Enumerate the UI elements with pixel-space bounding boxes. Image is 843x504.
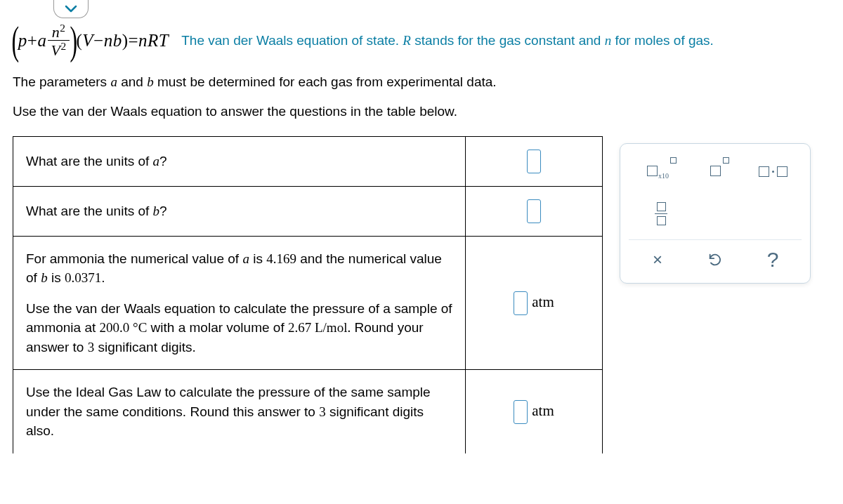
unit-label: atm <box>532 402 554 419</box>
answer-input-ideal-pressure[interactable] <box>514 400 528 424</box>
table-row: What are the units of a? <box>13 136 603 186</box>
table-row: For ammonia the numerical value of a is … <box>13 236 603 370</box>
multiply-button[interactable] <box>750 157 795 187</box>
expand-toggle[interactable] <box>53 0 89 18</box>
van-der-waals-equation: ( p+a n2 V2 ) (V−nb)=nRT <box>13 22 169 59</box>
answer-input-a[interactable] <box>527 150 541 173</box>
paragraph-instruction: Use the van der Waals equation to answer… <box>13 104 830 119</box>
equation-description: The van der Waals equation of state. R s… <box>181 33 714 48</box>
fraction-button[interactable] <box>639 199 684 230</box>
symbol-toolbox: x10 × ? <box>620 143 811 284</box>
answer-input-b[interactable] <box>527 199 541 223</box>
table-row: Use the Ideal Gas Law to calculate the p… <box>13 370 603 453</box>
help-button[interactable]: ? <box>755 245 790 274</box>
table-row: What are the units of b? <box>13 186 603 236</box>
question-units-b: What are the units of b? <box>13 186 466 236</box>
clear-button[interactable]: × <box>640 245 675 274</box>
paragraph-params: The parameters a and b must be determine… <box>13 74 830 90</box>
chevron-down-icon <box>65 5 77 13</box>
answer-input-vdw-pressure[interactable] <box>514 291 528 315</box>
undo-icon <box>707 252 723 267</box>
question-vdw-pressure: For ammonia the numerical value of a is … <box>13 236 466 370</box>
question-table: What are the units of a? What are the un… <box>13 136 603 453</box>
equation-row: ( p+a n2 V2 ) (V−nb)=nRT The van der Waa… <box>13 22 830 59</box>
question-units-a: What are the units of a? <box>13 136 466 186</box>
scientific-notation-button[interactable]: x10 <box>635 157 680 187</box>
superscript-button[interactable] <box>693 157 738 187</box>
reset-button[interactable] <box>698 245 733 274</box>
question-ideal-pressure: Use the Ideal Gas Law to calculate the p… <box>13 370 466 453</box>
unit-label: atm <box>532 293 554 310</box>
